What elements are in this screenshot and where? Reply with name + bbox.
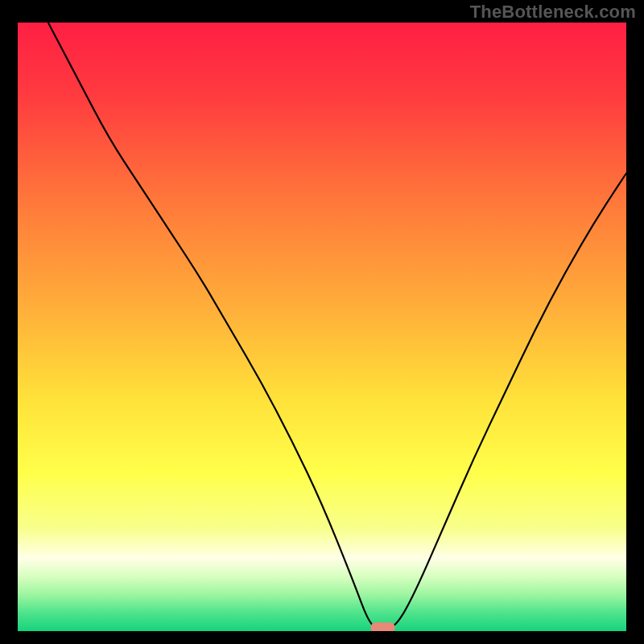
- plot-area: [18, 23, 626, 631]
- watermark-text: TheBottleneck.com: [470, 2, 636, 23]
- bottleneck-chart: [18, 23, 626, 631]
- heat-gradient: [18, 23, 626, 631]
- optimal-marker: [371, 622, 395, 631]
- chart-container: TheBottleneck.com: [0, 0, 644, 644]
